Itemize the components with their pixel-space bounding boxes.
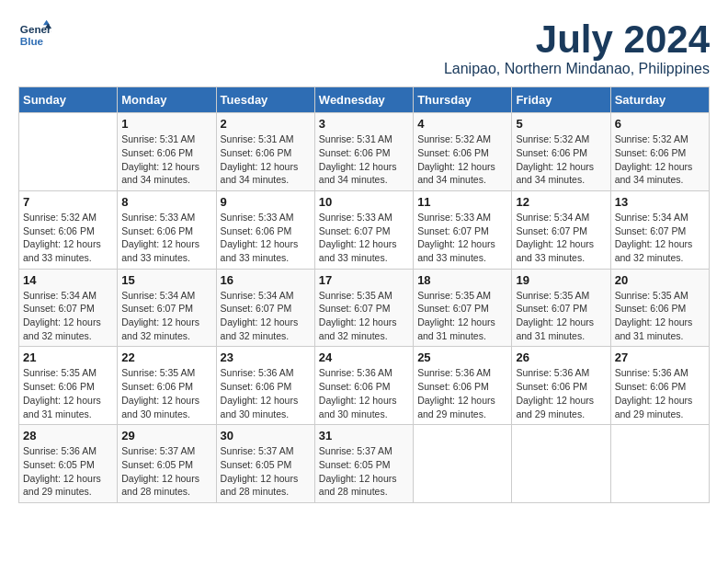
day-number: 26	[516, 350, 606, 364]
day-number: 20	[615, 273, 705, 287]
day-number: 2	[221, 117, 311, 131]
day-number: 31	[319, 429, 409, 442]
day-number: 21	[23, 350, 113, 364]
day-of-week-header: Saturday	[610, 87, 709, 113]
calendar-cell	[414, 425, 512, 503]
day-info: Sunrise: 5:36 AM Sunset: 6:06 PM Dayligh…	[615, 366, 705, 420]
day-info: Sunrise: 5:33 AM Sunset: 6:06 PM Dayligh…	[121, 211, 211, 265]
calendar-cell: 23Sunrise: 5:36 AM Sunset: 6:06 PM Dayli…	[216, 347, 314, 425]
calendar-cell: 26Sunrise: 5:36 AM Sunset: 6:06 PM Dayli…	[512, 347, 610, 425]
calendar-cell: 29Sunrise: 5:37 AM Sunset: 6:05 PM Dayli…	[118, 425, 216, 503]
calendar-cell: 16Sunrise: 5:34 AM Sunset: 6:07 PM Dayli…	[216, 269, 314, 347]
calendar-cell: 7Sunrise: 5:32 AM Sunset: 6:06 PM Daylig…	[19, 190, 118, 269]
calendar-cell: 6Sunrise: 5:32 AM Sunset: 6:06 PM Daylig…	[610, 113, 709, 191]
calendar-cell: 12Sunrise: 5:34 AM Sunset: 6:07 PM Dayli…	[512, 190, 610, 269]
day-info: Sunrise: 5:33 AM Sunset: 6:06 PM Dayligh…	[221, 211, 311, 265]
day-info: Sunrise: 5:37 AM Sunset: 6:05 PM Dayligh…	[121, 444, 211, 499]
day-number: 18	[417, 273, 507, 287]
calendar-header: SundayMondayTuesdayWednesdayThursdayFrid…	[19, 87, 710, 113]
day-info: Sunrise: 5:37 AM Sunset: 6:05 PM Dayligh…	[221, 444, 311, 499]
logo-icon: General Blue	[18, 18, 51, 52]
calendar-cell: 31Sunrise: 5:37 AM Sunset: 6:05 PM Dayli…	[314, 425, 413, 503]
day-info: Sunrise: 5:32 AM Sunset: 6:06 PM Dayligh…	[516, 132, 606, 187]
day-info: Sunrise: 5:34 AM Sunset: 6:07 PM Dayligh…	[516, 211, 606, 265]
calendar-cell: 15Sunrise: 5:34 AM Sunset: 6:07 PM Dayli…	[118, 269, 216, 347]
day-number: 25	[417, 350, 507, 364]
day-info: Sunrise: 5:34 AM Sunset: 6:07 PM Dayligh…	[121, 289, 211, 343]
month-title: July 2024	[444, 18, 710, 61]
day-number: 9	[221, 195, 311, 209]
svg-text:Blue: Blue	[20, 35, 44, 47]
day-info: Sunrise: 5:34 AM Sunset: 6:07 PM Dayligh…	[615, 211, 705, 265]
day-number: 12	[516, 195, 606, 209]
calendar-cell: 17Sunrise: 5:35 AM Sunset: 6:07 PM Dayli…	[314, 269, 413, 347]
day-info: Sunrise: 5:35 AM Sunset: 6:06 PM Dayligh…	[615, 289, 705, 343]
calendar-cell	[512, 425, 610, 503]
day-info: Sunrise: 5:33 AM Sunset: 6:07 PM Dayligh…	[417, 211, 507, 265]
day-number: 10	[319, 195, 409, 209]
day-number: 15	[121, 273, 211, 287]
day-info: Sunrise: 5:35 AM Sunset: 6:06 PM Dayligh…	[23, 366, 113, 420]
calendar-cell: 20Sunrise: 5:35 AM Sunset: 6:06 PM Dayli…	[610, 269, 709, 347]
day-info: Sunrise: 5:32 AM Sunset: 6:06 PM Dayligh…	[23, 211, 113, 265]
day-number: 13	[615, 195, 705, 209]
calendar-cell: 9Sunrise: 5:33 AM Sunset: 6:06 PM Daylig…	[216, 190, 314, 269]
day-number: 5	[516, 117, 606, 131]
day-info: Sunrise: 5:35 AM Sunset: 6:06 PM Dayligh…	[121, 366, 211, 420]
calendar-cell: 5Sunrise: 5:32 AM Sunset: 6:06 PM Daylig…	[512, 113, 610, 191]
calendar-cell: 14Sunrise: 5:34 AM Sunset: 6:07 PM Dayli…	[19, 269, 118, 347]
day-info: Sunrise: 5:35 AM Sunset: 6:07 PM Dayligh…	[319, 289, 409, 343]
day-info: Sunrise: 5:37 AM Sunset: 6:05 PM Dayligh…	[319, 444, 409, 499]
calendar-cell: 22Sunrise: 5:35 AM Sunset: 6:06 PM Dayli…	[118, 347, 216, 425]
calendar-week-row: 21Sunrise: 5:35 AM Sunset: 6:06 PM Dayli…	[19, 347, 710, 425]
day-info: Sunrise: 5:32 AM Sunset: 6:06 PM Dayligh…	[417, 132, 507, 187]
day-info: Sunrise: 5:31 AM Sunset: 6:06 PM Dayligh…	[121, 132, 211, 187]
calendar-cell	[19, 113, 118, 191]
calendar-cell: 11Sunrise: 5:33 AM Sunset: 6:07 PM Dayli…	[414, 190, 512, 269]
calendar-cell: 30Sunrise: 5:37 AM Sunset: 6:05 PM Dayli…	[216, 425, 314, 503]
day-number: 7	[23, 195, 113, 209]
calendar-table: SundayMondayTuesdayWednesdayThursdayFrid…	[18, 86, 710, 503]
day-info: Sunrise: 5:34 AM Sunset: 6:07 PM Dayligh…	[221, 289, 311, 343]
day-info: Sunrise: 5:36 AM Sunset: 6:06 PM Dayligh…	[221, 366, 311, 420]
calendar-week-row: 7Sunrise: 5:32 AM Sunset: 6:06 PM Daylig…	[19, 190, 710, 269]
day-number: 17	[319, 273, 409, 287]
calendar-cell: 3Sunrise: 5:31 AM Sunset: 6:06 PM Daylig…	[314, 113, 413, 191]
calendar-week-row: 14Sunrise: 5:34 AM Sunset: 6:07 PM Dayli…	[19, 269, 710, 347]
day-info: Sunrise: 5:36 AM Sunset: 6:06 PM Dayligh…	[516, 366, 606, 420]
day-of-week-header: Sunday	[19, 87, 118, 113]
calendar-cell: 18Sunrise: 5:35 AM Sunset: 6:07 PM Dayli…	[414, 269, 512, 347]
day-number: 30	[221, 429, 311, 442]
calendar-cell: 19Sunrise: 5:35 AM Sunset: 6:07 PM Dayli…	[512, 269, 610, 347]
calendar-week-row: 28Sunrise: 5:36 AM Sunset: 6:05 PM Dayli…	[19, 425, 710, 503]
day-number: 4	[417, 117, 507, 131]
day-number: 11	[417, 195, 507, 209]
calendar-cell: 27Sunrise: 5:36 AM Sunset: 6:06 PM Dayli…	[610, 347, 709, 425]
day-number: 28	[23, 429, 113, 442]
day-info: Sunrise: 5:33 AM Sunset: 6:07 PM Dayligh…	[319, 211, 409, 265]
day-header-row: SundayMondayTuesdayWednesdayThursdayFrid…	[19, 87, 710, 113]
calendar-body: 1Sunrise: 5:31 AM Sunset: 6:06 PM Daylig…	[19, 113, 710, 503]
day-info: Sunrise: 5:35 AM Sunset: 6:07 PM Dayligh…	[516, 289, 606, 343]
day-info: Sunrise: 5:34 AM Sunset: 6:07 PM Dayligh…	[23, 289, 113, 343]
calendar-cell: 4Sunrise: 5:32 AM Sunset: 6:06 PM Daylig…	[414, 113, 512, 191]
calendar-cell: 10Sunrise: 5:33 AM Sunset: 6:07 PM Dayli…	[314, 190, 413, 269]
day-number: 19	[516, 273, 606, 287]
day-of-week-header: Tuesday	[216, 87, 314, 113]
calendar-week-row: 1Sunrise: 5:31 AM Sunset: 6:06 PM Daylig…	[19, 113, 710, 191]
day-info: Sunrise: 5:35 AM Sunset: 6:07 PM Dayligh…	[417, 289, 507, 343]
day-number: 8	[121, 195, 211, 209]
calendar-cell: 1Sunrise: 5:31 AM Sunset: 6:06 PM Daylig…	[118, 113, 216, 191]
day-number: 16	[221, 273, 311, 287]
day-info: Sunrise: 5:36 AM Sunset: 6:05 PM Dayligh…	[23, 444, 113, 499]
calendar-cell: 24Sunrise: 5:36 AM Sunset: 6:06 PM Dayli…	[314, 347, 413, 425]
calendar-cell: 8Sunrise: 5:33 AM Sunset: 6:06 PM Daylig…	[118, 190, 216, 269]
calendar-cell	[610, 425, 709, 503]
day-number: 3	[319, 117, 409, 131]
day-of-week-header: Friday	[512, 87, 610, 113]
day-info: Sunrise: 5:36 AM Sunset: 6:06 PM Dayligh…	[417, 366, 507, 420]
day-info: Sunrise: 5:32 AM Sunset: 6:06 PM Dayligh…	[615, 132, 705, 187]
day-info: Sunrise: 5:31 AM Sunset: 6:06 PM Dayligh…	[221, 132, 311, 187]
day-info: Sunrise: 5:31 AM Sunset: 6:06 PM Dayligh…	[319, 132, 409, 187]
day-number: 23	[221, 350, 311, 364]
